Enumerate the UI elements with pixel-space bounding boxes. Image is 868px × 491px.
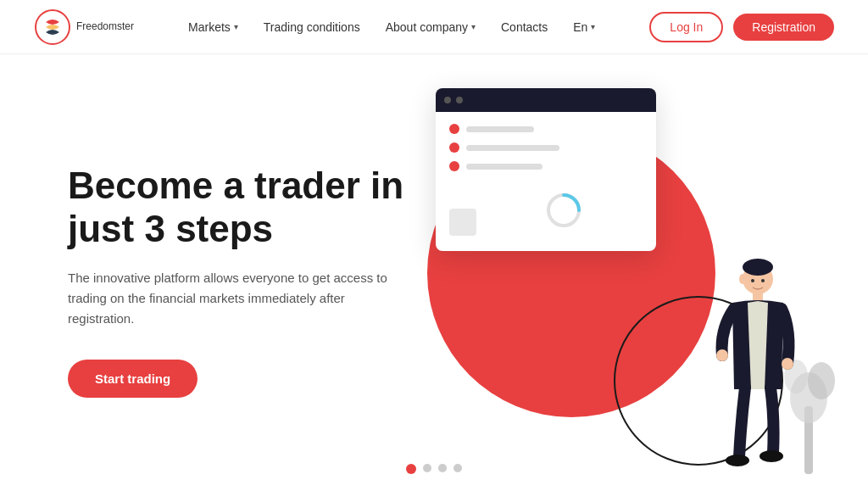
logo-link[interactable]: Freedomster (34, 8, 134, 46)
nav-contacts[interactable]: Contacts (491, 15, 558, 39)
brand-name: Freedomster (76, 21, 134, 32)
dashboard-bottom (449, 185, 643, 239)
person-illustration (715, 254, 800, 491)
slider-dots (406, 464, 462, 474)
svg-point-11 (726, 455, 749, 466)
svg-rect-8 (753, 293, 763, 301)
dash-item-1 (449, 124, 643, 134)
hero-visual (393, 54, 868, 491)
dash-radio-3 (449, 161, 459, 171)
hero-section: Become a trader in just 3 steps The inno… (0, 54, 868, 491)
slider-dot-2[interactable] (423, 464, 431, 472)
markets-chevron-icon: ▾ (234, 22, 238, 31)
nav-links: Markets ▾ Trading conditions About compa… (134, 15, 649, 39)
hero-subtext: The innovative platform allows everyone … (68, 268, 390, 329)
dash-dot-2 (456, 97, 463, 103)
dashboard-mockup (436, 88, 656, 251)
lang-chevron-icon: ▾ (591, 22, 595, 31)
dash-line-3 (466, 164, 542, 170)
slider-dot-3[interactable] (438, 464, 447, 472)
slider-dot-4[interactable] (453, 464, 462, 472)
logo-icon (34, 8, 71, 46)
dash-loader (485, 185, 643, 236)
dash-line-1 (466, 126, 534, 132)
dash-line-2 (466, 145, 559, 151)
start-trading-button[interactable]: Start trading (68, 360, 198, 398)
dash-square-icon (449, 209, 476, 236)
lang-selector[interactable]: En ▾ (563, 15, 605, 39)
nav-trading[interactable]: Trading conditions (253, 15, 370, 39)
hero-content: Become a trader in just 3 steps The inno… (68, 165, 441, 397)
svg-point-13 (751, 279, 754, 282)
svg-point-15 (739, 274, 746, 284)
nav-markets[interactable]: Markets ▾ (178, 15, 248, 39)
register-button[interactable]: Registration (733, 14, 834, 41)
nav-about[interactable]: About company ▾ (376, 15, 486, 39)
slider-dot-1[interactable] (406, 464, 416, 474)
svg-point-4 (808, 362, 835, 399)
svg-point-9 (716, 349, 728, 361)
dash-radio-1 (449, 124, 459, 134)
svg-point-7 (743, 259, 773, 276)
dashboard-header (436, 88, 656, 112)
nav-actions: Log In Registration (649, 12, 834, 42)
svg-point-14 (761, 279, 765, 282)
dash-item-3 (449, 161, 643, 171)
about-chevron-icon: ▾ (471, 22, 476, 31)
dash-item-2 (449, 142, 643, 153)
loader-svg (543, 190, 584, 231)
navbar: Freedomster Markets ▾ Trading conditions… (0, 0, 868, 54)
hero-heading: Become a trader in just 3 steps (68, 165, 441, 250)
svg-point-10 (782, 358, 793, 370)
svg-point-12 (760, 450, 783, 462)
dash-radio-2 (449, 142, 459, 153)
dashboard-body (436, 112, 656, 251)
login-button[interactable]: Log In (649, 12, 723, 42)
dash-dot-1 (444, 97, 451, 103)
